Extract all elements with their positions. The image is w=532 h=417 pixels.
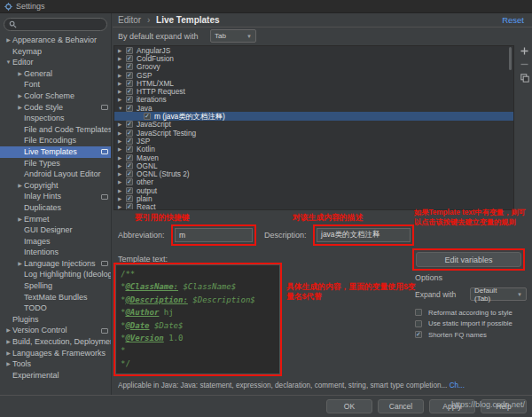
- template-group-http-request[interactable]: ▶✓HTTP Request: [114, 87, 513, 95]
- sidebar-item-appearance-behavior[interactable]: ▶Appearance & Behavior: [0, 35, 112, 46]
- sidebar-item-gui-designer[interactable]: GUI Designer: [0, 224, 112, 236]
- sidebar-item-images[interactable]: Images: [0, 236, 112, 248]
- option-shorten-fq-names[interactable]: ✓Shorten FQ names: [415, 329, 527, 341]
- chevron-right-icon[interactable]: ▶: [118, 171, 126, 177]
- chevron-right-icon[interactable]: ▶: [118, 204, 126, 209]
- template-group-other[interactable]: ▶✓other: [114, 178, 513, 186]
- template-checkbox[interactable]: ✓: [126, 63, 133, 70]
- template-checkbox[interactable]: ✓: [126, 178, 133, 185]
- chevron-right-icon[interactable]: ▶: [118, 122, 126, 127]
- sidebar-item-textmate-bundles[interactable]: TextMate Bundles: [0, 292, 112, 303]
- sidebar-item-file-encodings[interactable]: File Encodings: [0, 135, 112, 146]
- chevron-right-icon[interactable]: ▶: [118, 163, 126, 169]
- option-checkbox[interactable]: [415, 309, 422, 316]
- chevron-right-icon[interactable]: ▶: [118, 48, 126, 53]
- chevron-right-icon[interactable]: ▶: [118, 56, 126, 61]
- template-group-groovy[interactable]: ▶✓Groovy: [114, 63, 513, 71]
- chevron-right-icon[interactable]: ▶: [118, 89, 126, 94]
- chevron-down-icon[interactable]: ▼: [4, 57, 12, 68]
- edit-variables-button[interactable]: Edit variables: [416, 252, 521, 267]
- sidebar-item-inspections[interactable]: Inspections: [0, 113, 112, 124]
- sidebar-item-log-highlighting-ideolog[interactable]: Log Highlighting (Ideolog): [0, 269, 112, 280]
- option-checkbox[interactable]: [415, 320, 422, 327]
- sidebar-item-file-and-code-templates[interactable]: File and Code Templates: [0, 124, 112, 136]
- settings-search-input[interactable]: [4, 18, 107, 31]
- sidebar-item-build-execution-deployment[interactable]: ▶Build, Execution, Deployment: [0, 336, 112, 348]
- template-text-editor[interactable]: /***@ClassName: $ClassName$*@Description…: [115, 264, 280, 374]
- chevron-right-icon[interactable]: ▶: [118, 196, 126, 201]
- chevron-right-icon[interactable]: ▶: [16, 258, 24, 270]
- template-group-jsp[interactable]: ▶✓JSP: [114, 137, 513, 145]
- sidebar-item-color-scheme[interactable]: ▶Color Scheme: [0, 90, 112, 102]
- template-group-javascript-testing[interactable]: ▶✓JavaScript Testing: [114, 129, 513, 137]
- chevron-right-icon[interactable]: ▶: [4, 325, 12, 336]
- sidebar-item-duplicates[interactable]: Duplicates: [0, 202, 112, 214]
- change-contexts-link[interactable]: Ch...: [450, 382, 465, 389]
- abbreviation-input[interactable]: m: [175, 228, 253, 242]
- sidebar-item-copyright[interactable]: ▶Copyright: [0, 180, 112, 192]
- sidebar-item-intentions[interactable]: Intentions: [0, 247, 112, 258]
- breadcrumb-parent[interactable]: Editor: [118, 15, 141, 25]
- template-item-m-java[interactable]: ✓m (java类的文档注释): [114, 112, 513, 120]
- sidebar-item-editor[interactable]: ▼Editor: [0, 57, 112, 68]
- template-checkbox[interactable]: ✓: [144, 113, 151, 120]
- sidebar-item-font[interactable]: Font: [0, 79, 112, 90]
- expand-with-dropdown[interactable]: Default (Tab) ▼: [470, 287, 527, 301]
- sidebar-item-languages-frameworks[interactable]: ▶Languages & Frameworks: [0, 348, 112, 359]
- option-use-static-import-if-possible[interactable]: Use static import if possible: [415, 319, 527, 330]
- chevron-right-icon[interactable]: ▶: [118, 155, 126, 161]
- sidebar-item-keymap[interactable]: Keymap: [0, 46, 112, 58]
- sidebar-item-todo[interactable]: TODO: [0, 303, 112, 314]
- duplicate-template-button[interactable]: [520, 73, 529, 83]
- chevron-right-icon[interactable]: ▶: [4, 35, 12, 46]
- template-checkbox[interactable]: ✓: [126, 72, 133, 79]
- template-group-kotlin[interactable]: ▶✓Kotlin: [114, 146, 513, 153]
- sidebar-item-emmet[interactable]: ▶Emmet: [0, 214, 112, 225]
- template-group-angularjs[interactable]: ▶✓AngularJS: [114, 46, 513, 54]
- chevron-right-icon[interactable]: ▶: [118, 81, 126, 86]
- chevron-right-icon[interactable]: ▶: [16, 214, 24, 225]
- sidebar-item-language-injections[interactable]: ▶Language Injections: [0, 258, 112, 270]
- sidebar-item-file-types[interactable]: File Types: [0, 158, 112, 169]
- sidebar-item-experimental[interactable]: Experimental: [0, 370, 112, 382]
- chevron-right-icon[interactable]: ▶: [16, 102, 24, 114]
- chevron-right-icon[interactable]: ▶: [16, 90, 24, 102]
- reset-link[interactable]: Reset: [502, 15, 524, 25]
- sidebar-item-general[interactable]: ▶General: [0, 68, 112, 80]
- template-group-ognl[interactable]: ▶✓OGNL: [114, 161, 513, 169]
- template-group-javascript[interactable]: ▶✓JavaScript: [114, 121, 513, 129]
- template-checkbox[interactable]: ✓: [126, 162, 133, 169]
- template-checkbox[interactable]: ✓: [126, 121, 133, 128]
- chevron-right-icon[interactable]: ▶: [4, 336, 12, 348]
- chevron-right-icon[interactable]: ▶: [16, 180, 24, 192]
- template-checkbox[interactable]: ✓: [126, 47, 133, 54]
- sidebar-item-version-control[interactable]: ▶Version Control: [0, 325, 112, 336]
- template-checkbox[interactable]: ✓: [126, 96, 133, 103]
- chevron-right-icon[interactable]: ▶: [118, 130, 126, 136]
- template-checkbox[interactable]: ✓: [126, 187, 133, 194]
- sidebar-item-plugins[interactable]: Plugins: [0, 314, 112, 326]
- template-checkbox[interactable]: ✓: [126, 105, 133, 112]
- chevron-right-icon[interactable]: ▶: [118, 188, 126, 193]
- template-group-html-xml[interactable]: ▶✓HTML/XML: [114, 79, 513, 87]
- list-scrollbar[interactable]: [509, 47, 512, 70]
- chevron-right-icon[interactable]: ▶: [4, 358, 12, 370]
- template-checkbox[interactable]: ✓: [126, 154, 133, 161]
- cancel-button[interactable]: Cancel: [378, 399, 424, 413]
- sidebar-item-inlay-hints[interactable]: Inlay Hints: [0, 191, 112, 202]
- template-group-plain[interactable]: ▶✓plain: [114, 194, 513, 202]
- description-input[interactable]: java类的文档注释: [317, 228, 411, 242]
- sidebar-item-spelling[interactable]: Spelling: [0, 280, 112, 292]
- chevron-right-icon[interactable]: ▶: [118, 138, 126, 144]
- chevron-down-icon[interactable]: ▼: [118, 106, 126, 111]
- template-checkbox[interactable]: ✓: [126, 195, 133, 202]
- chevron-right-icon[interactable]: ▶: [118, 97, 126, 102]
- chevron-right-icon[interactable]: ▶: [4, 348, 12, 359]
- template-checkbox[interactable]: ✓: [126, 80, 133, 87]
- ok-button[interactable]: OK: [326, 399, 372, 413]
- template-group-iterations[interactable]: ▶✓iterations: [114, 96, 513, 104]
- add-template-button[interactable]: [520, 46, 529, 56]
- template-checkbox[interactable]: ✓: [126, 170, 133, 177]
- chevron-right-icon[interactable]: ▶: [118, 179, 126, 185]
- remove-template-button[interactable]: [520, 59, 529, 69]
